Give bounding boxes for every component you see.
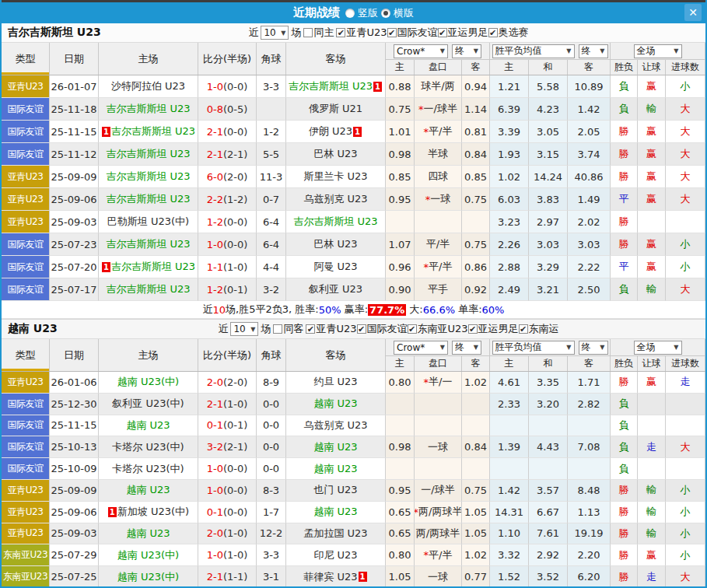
corner-cell: 11-3 [257, 166, 286, 188]
away-team-name: 越南 U23 [313, 397, 357, 411]
fullmatch-select[interactable]: 全场▼ [634, 341, 682, 355]
games-label: 场 [261, 322, 271, 336]
match-type-cell: 国际友谊 [2, 394, 50, 415]
team-name: 吉尔吉斯斯坦 U23 [8, 26, 101, 40]
home-team-cell: 卡塔尔 U23(中) [99, 458, 198, 480]
bookmaker-select[interactable]: Crow*▼ [394, 44, 448, 58]
corner-cell: 1-7 [257, 502, 286, 523]
handicap-text: 半/一 [429, 375, 452, 389]
team-name: 越南 U23 [8, 322, 58, 336]
avg-draw-odds: 5.58 [529, 75, 568, 98]
fulltime-score: 0-1 [207, 419, 223, 431]
match-type-cell: 国际友谊 [2, 121, 50, 143]
competition-checkbox[interactable]: ✔东南运 [519, 322, 559, 336]
summary-part: 单率: [455, 303, 482, 317]
match-count-select[interactable]: 10▼ [230, 322, 258, 336]
final-odds-select[interactable]: 终▼ [452, 341, 481, 355]
games-label: 场 [291, 26, 301, 40]
home-team-name: 吉尔吉斯斯坦 U23 [106, 237, 190, 251]
match-date-cell: 25-07-29 [50, 544, 99, 566]
final-odds-value-2: 终 [582, 44, 591, 58]
avg-home-odds: 1.42 [490, 480, 529, 502]
avg-away-odds [568, 415, 611, 437]
radio-selected-dot [383, 11, 388, 16]
col-type[interactable]: 类型 [2, 339, 50, 371]
away-team-name: 约旦 U23 [313, 375, 357, 389]
fulltime-score: 3-2 [207, 441, 223, 453]
competition-checkbox[interactable]: ✔东南亚U23 [408, 322, 468, 336]
crow-odds-group: Crow*▼ 终▼ 主 盘口 客 [386, 339, 490, 371]
final-odds-select-2[interactable]: 终▼ [579, 341, 608, 355]
competition-checkbox[interactable]: ✔亚青U23 [336, 26, 387, 40]
crow-home-odds: 0.80 [386, 544, 415, 566]
result-handicap: 走 [638, 436, 666, 458]
score-cell: 2-1(0-0) [198, 121, 257, 143]
same-venue-checkbox[interactable]: 同客 [273, 322, 303, 336]
home-team-cell: 越南 U23(中) [99, 566, 198, 588]
crow-away-odds: 0.81 [462, 121, 490, 143]
halftime-score: (1-0) [223, 527, 247, 539]
competition-checkbox[interactable]: ✔国际友谊 [387, 26, 438, 40]
score-cell: 0-1(0-1) [198, 415, 257, 437]
summary-part: 赢率: [341, 303, 369, 317]
final-odds-select-2[interactable]: 终▼ [579, 44, 608, 58]
same-venue-label: 同主 [313, 26, 334, 40]
col-date: 日期 [50, 339, 99, 371]
score-cell: 2-0(2-0) [198, 372, 257, 394]
checkbox-checked-icon: ✔ [468, 324, 478, 334]
result-goals: 大 [666, 436, 705, 458]
result-handicap: 赢 [638, 166, 666, 188]
radio-vertical-layout[interactable] [345, 9, 355, 18]
col-result-goals: 进球数 [666, 60, 705, 75]
result-goals: 大 [666, 188, 705, 211]
crow-handicap-cell: 球半/两 [415, 75, 462, 98]
close-button[interactable]: ✕ [684, 4, 702, 21]
avg-home-odds: 3.23 [490, 211, 529, 233]
score-cell: 2-1(1-0) [198, 394, 257, 415]
score-cell: 1-0(0-0) [198, 458, 257, 480]
match-row: 国际友谊25-11-12吉尔吉斯斯坦 U232-1(2-1)5-5巴林 U230… [2, 143, 705, 166]
checkbox-checked-icon: ✔ [336, 28, 345, 37]
avg-home-odds: 3.32 [490, 544, 529, 566]
avg-away-odds: 2.05 [568, 121, 611, 143]
chevron-down-icon: ▼ [600, 47, 604, 54]
crow-handicap-cell: 一球 [415, 436, 462, 458]
result-goals [666, 415, 705, 437]
competition-checkbox[interactable]: ✔亚青U23 [306, 322, 356, 336]
radio-horizontal-label[interactable]: 横版 [394, 6, 414, 20]
result-wdl: 負 [611, 436, 638, 458]
result-wdl: 勝 [611, 143, 638, 166]
competition-checkbox[interactable]: ✔亚运男足 [468, 322, 519, 336]
bookmaker-select[interactable]: Crow*▼ [394, 341, 448, 355]
crow-away-odds: 1.05 [462, 523, 490, 545]
result-handicap: 赢 [638, 544, 666, 566]
crow-away-odds: 1.05 [462, 502, 490, 523]
halftime-score: (1-0) [223, 398, 247, 410]
avg-odds-select[interactable]: 胜平负均值▼ [492, 44, 575, 58]
home-team-cell: 叙利亚 U23(中) [99, 394, 198, 415]
record-summary: 近10场,胜5平2负3, 胜率:50% 赢率:77.7% 大:66.6% 单率:… [2, 301, 705, 319]
fullmatch-select[interactable]: 全场▼ [634, 44, 682, 58]
same-venue-checkbox[interactable]: 同主 [303, 26, 334, 40]
competition-checkbox[interactable]: ✔国际友谊 [357, 322, 408, 336]
avg-away-odds: 1.49 [568, 188, 611, 211]
col-type[interactable]: 类型 [2, 43, 50, 75]
avg-odds-select[interactable]: 胜平负均值▼ [492, 341, 575, 355]
competition-label: 东南运 [529, 322, 559, 336]
result-wdl: 勝 [611, 372, 638, 394]
halftime-score: (0-0) [223, 463, 247, 474]
avg-away-odds: 2.50 [568, 278, 611, 301]
result-wdl: 負 [611, 75, 638, 98]
handicap-text: 一球 [430, 192, 450, 206]
match-count-select[interactable]: 10▼ [261, 26, 289, 40]
avg-away-odds: 10.89 [568, 75, 611, 98]
competition-checkbox[interactable]: ✔奥选赛 [488, 26, 529, 40]
home-team-name: 沙特阿拉伯 U23 [111, 79, 185, 93]
final-odds-select[interactable]: 终▼ [452, 44, 481, 58]
competition-label: 亚运男足 [448, 26, 488, 40]
competition-checkbox[interactable]: ✔亚运男足 [438, 26, 488, 40]
recent-results-dialog: 近期战绩 竖版 横版 ✕ 吉尔吉斯斯坦 U23 近 10▼ 场 同主 ✔亚青U2… [0, 0, 707, 588]
radio-horizontal-layout[interactable] [381, 9, 390, 18]
bookmaker-value: Crow* [397, 342, 425, 353]
radio-vertical-label[interactable]: 竖版 [358, 6, 378, 20]
